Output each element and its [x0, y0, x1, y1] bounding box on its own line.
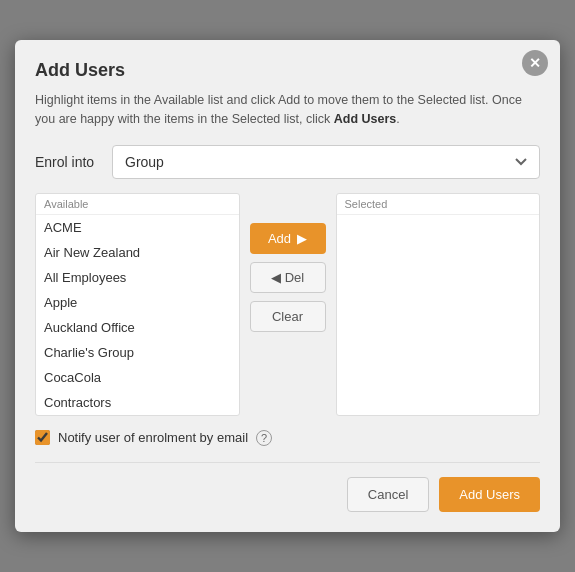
modal-title: Add Users: [35, 60, 540, 81]
enrol-select[interactable]: Group Course Learning Path: [112, 145, 540, 179]
del-label: Del: [285, 270, 305, 285]
selected-items-scroll[interactable]: [337, 215, 540, 415]
list-item[interactable]: Contractors: [36, 390, 239, 415]
selected-list-panel: Selected: [336, 193, 541, 416]
footer-row: Cancel Add Users: [35, 462, 540, 512]
available-list-panel: Available ACME Air New Zealand All Emplo…: [35, 193, 240, 416]
modal-description: Highlight items in the Available list an…: [35, 91, 540, 129]
close-button[interactable]: ✕: [522, 50, 548, 76]
enrol-row: Enrol into Group Course Learning Path: [35, 145, 540, 179]
selected-header: Selected: [337, 194, 540, 215]
list-item[interactable]: Apple: [36, 290, 239, 315]
enrol-label: Enrol into: [35, 154, 100, 170]
notify-label: Notify user of enrolment by email: [58, 430, 248, 445]
arrow-left-icon: ◀: [271, 270, 281, 285]
action-buttons: Add ▶ ◀ Del Clear: [248, 193, 328, 416]
help-icon[interactable]: ?: [256, 430, 272, 446]
lists-container: Available ACME Air New Zealand All Emplo…: [35, 193, 540, 416]
clear-button[interactable]: Clear: [250, 301, 326, 332]
del-button[interactable]: ◀ Del: [250, 262, 326, 293]
arrow-right-icon: ▶: [297, 231, 307, 246]
add-users-modal: ✕ Add Users Highlight items in the Avail…: [15, 40, 560, 532]
cancel-button[interactable]: Cancel: [347, 477, 429, 512]
clear-label: Clear: [272, 309, 303, 324]
available-items-scroll[interactable]: ACME Air New Zealand All Employees Apple…: [36, 215, 239, 415]
list-item[interactable]: CocaCola: [36, 365, 239, 390]
notify-row: Notify user of enrolment by email ?: [35, 430, 540, 446]
add-label: Add: [268, 231, 291, 246]
list-item[interactable]: Air New Zealand: [36, 240, 239, 265]
list-item[interactable]: Auckland Office: [36, 315, 239, 340]
list-item[interactable]: Charlie's Group: [36, 340, 239, 365]
available-header: Available: [36, 194, 239, 215]
list-item[interactable]: All Employees: [36, 265, 239, 290]
add-users-button[interactable]: Add Users: [439, 477, 540, 512]
notify-checkbox[interactable]: [35, 430, 50, 445]
list-item[interactable]: ACME: [36, 215, 239, 240]
add-button[interactable]: Add ▶: [250, 223, 326, 254]
